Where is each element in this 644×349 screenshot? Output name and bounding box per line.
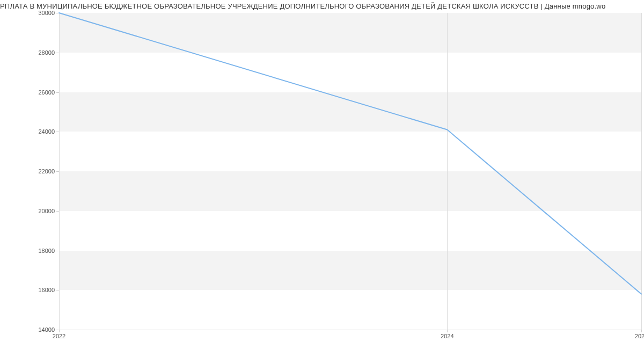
y-tick-label: 22000 <box>38 168 55 174</box>
x-gridline <box>641 13 642 330</box>
x-tick-label: 2024 <box>441 333 453 339</box>
y-tick-label: 14000 <box>38 326 55 333</box>
x-tick-label: 2025 <box>635 333 644 339</box>
plot-area <box>59 13 641 330</box>
y-tick-label: 24000 <box>38 128 55 135</box>
y-tick-label: 28000 <box>38 49 55 56</box>
series-path <box>59 13 641 294</box>
chart-container: РПЛАТА В МУНИЦИПАЛЬНОЕ БЮДЖЕТНОЕ ОБРАЗОВ… <box>0 0 644 349</box>
y-tick-label: 26000 <box>38 89 55 96</box>
x-tick-mark <box>641 330 642 332</box>
x-tick-label: 2022 <box>53 333 65 339</box>
y-tick-label: 30000 <box>38 10 55 16</box>
y-tick-label: 18000 <box>38 248 55 254</box>
y-tick-label: 20000 <box>38 208 55 214</box>
chart-title: РПЛАТА В МУНИЦИПАЛЬНОЕ БЮДЖЕТНОЕ ОБРАЗОВ… <box>0 2 644 10</box>
y-tick-label: 16000 <box>38 287 55 293</box>
line-series <box>59 13 641 330</box>
